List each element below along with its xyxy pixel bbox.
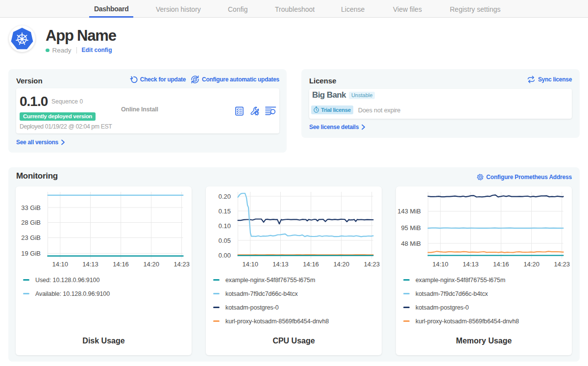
svg-text:14:16: 14:16	[113, 261, 129, 268]
svg-text:14:16: 14:16	[493, 261, 509, 268]
svg-text:14:13: 14:13	[272, 261, 289, 268]
svg-text:33 GiB: 33 GiB	[21, 204, 41, 211]
svg-text:14:23: 14:23	[364, 261, 380, 268]
svg-text:0.05: 0.05	[219, 237, 231, 244]
svg-text:14:23: 14:23	[173, 261, 190, 268]
svg-text:14:23: 14:23	[554, 261, 570, 268]
svg-text:14:20: 14:20	[523, 261, 539, 268]
svg-text:14:20: 14:20	[333, 261, 349, 268]
svg-text:95 MiB: 95 MiB	[401, 224, 421, 232]
svg-text:0.15: 0.15	[219, 208, 231, 215]
svg-text:48 MiB: 48 MiB	[401, 240, 421, 247]
svg-text:14:13: 14:13	[82, 261, 98, 268]
svg-text:14:20: 14:20	[143, 261, 159, 268]
svg-text:0.10: 0.10	[219, 222, 231, 230]
svg-text:0.00: 0.00	[219, 252, 231, 259]
svg-text:14:10: 14:10	[52, 261, 69, 268]
svg-text:0.20: 0.20	[219, 193, 231, 200]
svg-text:14:16: 14:16	[303, 261, 319, 268]
svg-text:19 GiB: 19 GiB	[21, 250, 41, 257]
svg-text:14:13: 14:13	[463, 261, 479, 268]
svg-text:23 GiB: 23 GiB	[21, 234, 41, 241]
svg-text:14:10: 14:10	[243, 261, 259, 268]
svg-text:28 GiB: 28 GiB	[21, 219, 41, 226]
svg-text:14:10: 14:10	[433, 261, 449, 268]
svg-text:143 MiB: 143 MiB	[397, 208, 421, 215]
